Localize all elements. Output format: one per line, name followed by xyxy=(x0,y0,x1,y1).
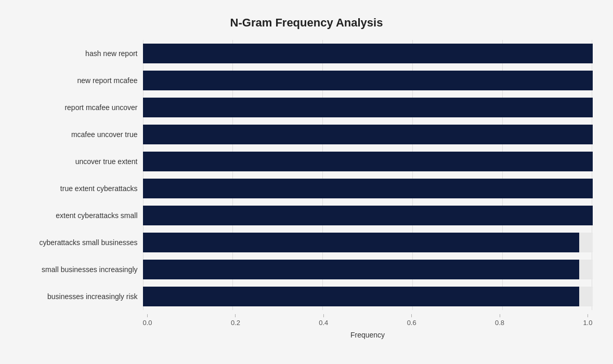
x-tick-label: 1.0 xyxy=(583,319,592,327)
x-tick-line xyxy=(411,314,412,317)
bar-row: mcafee uncover true xyxy=(21,121,593,148)
bar-row: cyberattacks small businesses xyxy=(21,229,593,256)
bar-track xyxy=(143,44,593,63)
bar-label: businesses increasingly risk xyxy=(21,292,143,301)
bar-label: report mcafee uncover xyxy=(21,103,143,112)
bar-track xyxy=(143,71,593,90)
bar-fill xyxy=(143,179,593,198)
x-axis-label: Frequency xyxy=(21,331,593,339)
bar-label: new report mcafee xyxy=(21,76,143,85)
bar-row: businesses increasingly risk xyxy=(21,283,593,310)
x-tick: 0.8 xyxy=(495,314,504,327)
bar-row: uncover true extent xyxy=(21,148,593,175)
bar-label: uncover true extent xyxy=(21,157,143,166)
chart-title: N-Gram Frequency Analysis xyxy=(21,16,593,30)
x-tick: 1.0 xyxy=(583,314,592,327)
bar-track xyxy=(143,233,593,252)
x-tick-line xyxy=(147,314,148,317)
x-axis-ticks-container: 0.00.20.40.60.81.0 xyxy=(143,314,593,327)
bar-label: mcafee uncover true xyxy=(21,130,143,139)
x-tick-line xyxy=(323,314,324,317)
bar-label: true extent cyberattacks xyxy=(21,184,143,193)
bars-wrapper: hash new reportnew report mcafeereport m… xyxy=(21,40,593,310)
x-tick: 0.6 xyxy=(407,314,416,327)
x-tick-label: 0.8 xyxy=(495,319,504,327)
bar-fill xyxy=(143,233,579,252)
bar-fill xyxy=(143,152,593,171)
bar-label: small businesses increasingly xyxy=(21,265,143,274)
bar-label: hash new report xyxy=(21,49,143,58)
x-tick-label: 0.0 xyxy=(143,319,152,327)
bar-track xyxy=(143,125,593,144)
x-tick-label: 0.4 xyxy=(319,319,328,327)
bar-row: new report mcafee xyxy=(21,67,593,94)
bar-fill xyxy=(143,206,593,225)
bar-track xyxy=(143,98,593,117)
x-tick-label: 0.6 xyxy=(407,319,416,327)
bar-track xyxy=(143,179,593,198)
bar-fill xyxy=(143,71,593,90)
bar-label: cyberattacks small businesses xyxy=(21,238,143,247)
bar-row: hash new report xyxy=(21,40,593,67)
x-axis: 0.00.20.40.60.81.0 xyxy=(21,314,593,327)
bar-fill xyxy=(143,260,579,279)
x-tick-line xyxy=(500,314,500,317)
x-tick: 0.4 xyxy=(319,314,328,327)
x-tick-label: 0.2 xyxy=(231,319,240,327)
bar-row: extent cyberattacks small xyxy=(21,202,593,229)
bar-fill xyxy=(143,44,593,63)
bar-fill xyxy=(143,287,579,306)
chart-area: hash new reportnew report mcafeereport m… xyxy=(21,40,593,310)
x-tick: 0.0 xyxy=(143,314,152,327)
x-tick-line xyxy=(588,314,588,317)
x-tick-line xyxy=(235,314,236,317)
bar-track xyxy=(143,260,593,279)
x-tick: 0.2 xyxy=(231,314,240,327)
bar-track xyxy=(143,152,593,171)
bar-fill xyxy=(143,125,593,144)
bar-track xyxy=(143,287,593,306)
bar-row: small businesses increasingly xyxy=(21,256,593,283)
bar-row: true extent cyberattacks xyxy=(21,175,593,202)
chart-container: N-Gram Frequency Analysis hash new repor… xyxy=(10,6,603,359)
bar-row: report mcafee uncover xyxy=(21,94,593,121)
bar-label: extent cyberattacks small xyxy=(21,211,143,220)
bar-track xyxy=(143,206,593,225)
bar-fill xyxy=(143,98,593,117)
